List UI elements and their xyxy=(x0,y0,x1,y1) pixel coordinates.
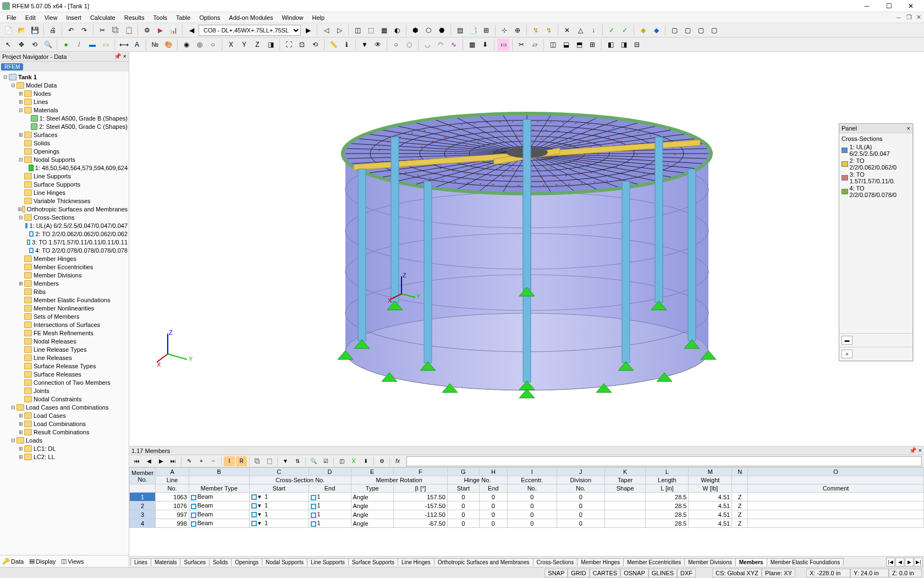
menu-addon[interactable]: Add-on Modules xyxy=(224,14,277,21)
loadcase-combo[interactable]: CO8 - DL+.45WX+.75LL+.75SL xyxy=(199,25,301,36)
mdi-close-icon[interactable]: ✕ xyxy=(912,14,922,21)
table-tab-openings[interactable]: Openings xyxy=(231,558,262,566)
tree-cs1[interactable]: 1: UL(A) 6/2.5/2.5/0.047/0.047/0.047 xyxy=(0,221,129,230)
prev-lc-icon[interactable]: ◀ xyxy=(185,24,197,36)
nav-right-icon[interactable]: ▷ xyxy=(333,24,345,36)
open-icon[interactable]: 📂 xyxy=(15,24,28,36)
tree-nodal_releases[interactable]: Nodal Releases xyxy=(0,337,129,345)
tbl-del-icon[interactable]: − xyxy=(208,456,219,466)
tree-nodal_supports[interactable]: ⊟Nodal Supports xyxy=(0,155,129,163)
tree-ribs[interactable]: Ribs xyxy=(0,287,129,296)
tree-load_combinations[interactable]: ⊞Load Combinations xyxy=(0,419,129,428)
mdi-minimize-icon[interactable]: ─ xyxy=(892,14,902,21)
tree-line_hinges[interactable]: Line Hinges xyxy=(0,188,129,197)
iso-yellow-icon[interactable]: ◆ xyxy=(637,24,649,36)
tree-mat2[interactable]: 2: Steel A500, Grade C (Shapes) xyxy=(0,122,129,130)
tree-member_hinges[interactable]: Member Hinges xyxy=(0,254,129,263)
def2-icon[interactable]: ◠ xyxy=(435,39,447,51)
table-tab-cross-sections[interactable]: Cross-Sections xyxy=(533,558,578,566)
table-tab-line-supports[interactable]: Line Supports xyxy=(307,558,349,566)
nav-tab-data[interactable]: 🔑Data xyxy=(2,558,24,565)
table-tab-member-elastic-foundations[interactable]: Member Elastic Foundations xyxy=(767,558,844,566)
menu-file[interactable]: File xyxy=(2,14,21,21)
status-dxf[interactable]: DXF xyxy=(677,569,696,577)
view-icon[interactable]: ◫ xyxy=(351,24,364,36)
menu-results[interactable]: Results xyxy=(120,14,149,21)
tool-b-icon[interactable]: ⬡ xyxy=(422,24,435,36)
zoom-icon[interactable]: 🔍 xyxy=(42,39,54,51)
meas-icon[interactable]: 📏 xyxy=(327,39,339,51)
viso-icon[interactable]: ◨ xyxy=(265,39,277,51)
clip-icon[interactable]: ✂ xyxy=(515,39,527,51)
visibility-icon[interactable]: 👁 xyxy=(372,39,384,51)
table-tab-member-hinges[interactable]: Member Hinges xyxy=(577,558,624,566)
tree-model_data[interactable]: ⊟Model Data xyxy=(0,81,129,89)
status-glines[interactable]: GLINES xyxy=(648,569,677,577)
nav-tab-display[interactable]: ▤Display xyxy=(29,558,56,565)
tree-fe_mesh[interactable]: FE Mesh Refinements xyxy=(0,329,129,337)
tbl-sort-icon[interactable]: ⇅ xyxy=(292,456,303,466)
tool-c-icon[interactable]: ⬣ xyxy=(436,24,448,36)
surface-icon[interactable]: ▭ xyxy=(100,39,112,51)
tree-openings[interactable]: Openings xyxy=(0,147,129,155)
tree-model[interactable]: ⊟Tank 1 xyxy=(0,73,129,81)
show1-icon[interactable]: ◉ xyxy=(180,39,193,51)
check-icon[interactable]: ✓ xyxy=(606,24,618,36)
undo-icon[interactable]: ↶ xyxy=(65,24,77,36)
tbl-input-icon[interactable]: I xyxy=(224,456,235,466)
tree-surface_releases[interactable]: Surface Releases xyxy=(0,370,129,378)
misc4-icon[interactable]: ▢ xyxy=(708,24,720,36)
save-icon[interactable]: 💾 xyxy=(29,24,41,36)
tbl-next-icon[interactable]: ▶ xyxy=(156,456,167,466)
status-cartes[interactable]: CARTES xyxy=(590,569,620,577)
render-icon[interactable]: ◐ xyxy=(391,24,403,36)
tab-last-icon[interactable]: ▶| xyxy=(914,558,923,566)
def1-icon[interactable]: ◡ xyxy=(421,39,433,51)
mdi-restore-icon[interactable]: ❐ xyxy=(902,14,912,21)
snap-icon[interactable]: ⊕ xyxy=(512,24,524,36)
tree-connection_two[interactable]: Connection of Two Members xyxy=(0,378,129,386)
panel-cs-2[interactable]: 2: TO 2/2/0.062/0.062/0 xyxy=(842,157,910,171)
panel-tab1-icon[interactable]: ▬ xyxy=(842,336,853,345)
status-osnap[interactable]: OSNAP xyxy=(620,569,648,577)
tree-cross_sections[interactable]: ⊟Cross-Sections xyxy=(0,213,129,221)
tree-mat1[interactable]: 1: Steel A500, Grade B (Shapes) xyxy=(0,114,129,122)
tree-nodal_constraints[interactable]: Nodal Constraints xyxy=(0,395,129,403)
tree-cs2[interactable]: 2: TO 2/2/0.062/0.062/0.062/0.062 xyxy=(0,230,129,238)
menu-view[interactable]: View xyxy=(40,14,62,21)
tab-first-icon[interactable]: |◀ xyxy=(886,558,895,566)
zoomall-icon[interactable]: ⛶ xyxy=(283,39,295,51)
table-tab-surfaces[interactable]: Surfaces xyxy=(180,558,209,566)
menu-window[interactable]: Window xyxy=(277,14,307,21)
table-tab-nodal-supports[interactable]: Nodal Supports xyxy=(262,558,307,566)
nav-left-icon[interactable]: ◁ xyxy=(320,24,332,36)
win-1-icon[interactable]: ◫ xyxy=(547,39,559,51)
viewport-3d[interactable]: YZX YZX Panel× Cross-Sections 1: UL(A) 6… xyxy=(129,52,924,446)
tree-line_supports[interactable]: Line Supports xyxy=(0,172,129,180)
tree-variable_thicknesses[interactable]: Variable Thicknesses xyxy=(0,197,129,205)
tbl-opts-icon[interactable]: ⚙ xyxy=(376,456,387,466)
table-row[interactable]: 11063Beam▾ 11Angle157.50000028.54.51Z xyxy=(130,493,924,501)
sel-icon[interactable]: ↯ xyxy=(530,24,542,36)
zoomprev-icon[interactable]: ⟲ xyxy=(309,39,321,51)
table-row[interactable]: 4998Beam▾ 11Angle-67.50000028.54.51Z xyxy=(130,519,924,528)
redo-icon[interactable]: ↷ xyxy=(78,24,90,36)
win-2-icon[interactable]: ⬓ xyxy=(560,39,572,51)
dpanel-icon[interactable]: ▭ xyxy=(497,39,509,51)
tool-a-icon[interactable]: ⬢ xyxy=(409,24,421,36)
panel-colors-icon[interactable]: ≡ xyxy=(842,350,853,358)
menu-insert[interactable]: Insert xyxy=(62,14,86,21)
release-icon[interactable]: ◌ xyxy=(403,39,415,51)
win-4-icon[interactable]: ⊞ xyxy=(586,39,598,51)
pin-icon[interactable]: 📌 xyxy=(114,53,122,59)
tab-prev-icon[interactable]: ◀ xyxy=(895,558,904,566)
tbl-filter-icon[interactable]: ▼ xyxy=(280,456,291,466)
persp-icon[interactable]: ▱ xyxy=(529,39,541,51)
navigator-tree[interactable]: ⊟Tank 1⊟Model Data⊞Nodes⊞Lines⊟Materials… xyxy=(0,72,129,555)
table-row[interactable]: 21076Beam▾ 11Angle-157.50000028.54.51Z xyxy=(130,501,924,510)
panel-close-icon[interactable]: × xyxy=(907,125,910,132)
show2-icon[interactable]: ◎ xyxy=(194,39,206,51)
iso-blue-icon[interactable]: ◆ xyxy=(650,24,662,36)
tree-cs4[interactable]: 4: TO 2/2/0.078/0.078/0.078/0.078 xyxy=(0,246,129,254)
table-tab-member-divisions[interactable]: Member Divisions xyxy=(684,558,735,566)
